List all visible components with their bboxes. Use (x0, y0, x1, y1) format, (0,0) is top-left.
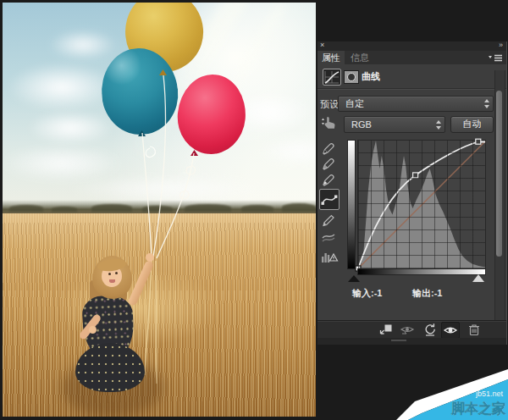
panel-tabs: 属性 信息 (318, 51, 506, 65)
channel-select[interactable]: RGB (344, 116, 445, 133)
tab-info[interactable]: 信息 (345, 51, 375, 64)
properties-panel: × » 属性 信息 曲线 预设: 自定 (318, 41, 507, 345)
adjustment-title: 曲线 (362, 70, 380, 83)
white-point-eyedropper-icon[interactable] (321, 172, 336, 187)
stepper-icon (435, 120, 442, 130)
histogram-warning-icon[interactable] (320, 249, 339, 265)
panel-bottom-strip (318, 338, 506, 345)
watermark: jb51.net 脚本之家 (396, 362, 508, 420)
smooth-curve-icon[interactable] (321, 229, 336, 244)
panel-resize-grip[interactable] (391, 340, 406, 341)
delete-trash-icon[interactable] (467, 323, 482, 336)
input-gradient-bar (357, 268, 486, 275)
layer-mask-thumbnail[interactable] (344, 70, 359, 84)
preset-select[interactable]: 自定 (338, 96, 494, 112)
watermark-name: 脚本之家 (450, 401, 506, 416)
curve-grid[interactable] (357, 140, 486, 269)
gray-point-eyedropper-icon[interactable] (321, 156, 336, 171)
divider (318, 88, 506, 90)
photo-canvas (3, 3, 316, 417)
tab-properties[interactable]: 属性 (318, 51, 345, 64)
reset-icon[interactable] (422, 323, 438, 336)
close-icon[interactable]: × (320, 41, 324, 50)
panel-titlebar: × » (318, 41, 506, 51)
output-gradient-bar (347, 140, 356, 269)
treeline (3, 200, 316, 213)
watermark-site: jb51.net (475, 390, 504, 398)
stepper-icon (483, 99, 490, 108)
black-point-eyedropper-icon[interactable] (321, 141, 336, 156)
girl-hand (146, 253, 154, 262)
shadow-input-slider[interactable] (348, 275, 360, 282)
preset-value: 自定 (345, 97, 364, 110)
curve-control-point[interactable] (476, 139, 481, 144)
curves-adjustment-icon[interactable] (323, 69, 341, 86)
panel-scrollbar-thumb[interactable] (496, 91, 502, 257)
highlight-input-slider[interactable] (472, 274, 484, 282)
auto-button[interactable]: 自动 (450, 116, 494, 133)
collapse-icon[interactable]: » (499, 41, 502, 50)
visibility-eye-button[interactable] (441, 322, 460, 339)
girl-left-hand (89, 326, 97, 334)
output-readout: 输出:-1 (412, 287, 442, 300)
clip-to-layer-icon[interactable] (378, 323, 394, 336)
previous-state-icon[interactable] (400, 323, 415, 336)
input-readout: 输入:-1 (352, 287, 382, 300)
panel-footer (318, 320, 506, 339)
screenshot-root: × » 属性 信息 曲线 预设: 自定 (0, 0, 508, 420)
panel-menu-icon[interactable] (488, 54, 503, 62)
curve-control-point[interactable] (413, 173, 418, 178)
curve-histogram-chart[interactable] (358, 141, 485, 268)
edit-points-icon[interactable] (319, 189, 340, 210)
targeted-adjustment-icon[interactable] (320, 115, 337, 131)
panel-scrollbar-track[interactable] (494, 70, 505, 322)
channel-value: RGB (351, 118, 372, 131)
draw-curve-pencil-icon[interactable] (321, 213, 336, 228)
panel-body: 曲线 预设: 自定 RGB 自动 (318, 64, 506, 320)
